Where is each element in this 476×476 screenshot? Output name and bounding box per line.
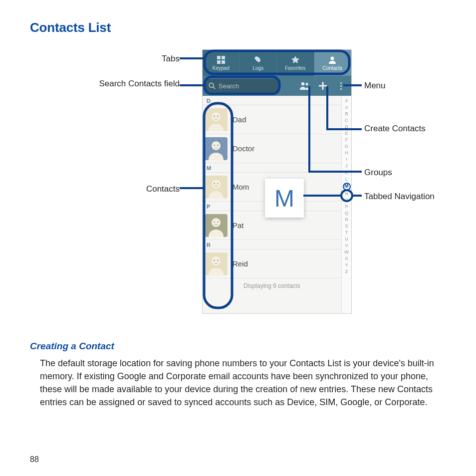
index-letter[interactable]: D: [345, 124, 348, 130]
index-letter[interactable]: L: [345, 176, 348, 183]
contact-row[interactable]: Reid: [203, 249, 341, 278]
svg-point-5: [209, 83, 214, 87]
contact-count: Displaying 9 contacts: [203, 278, 341, 293]
section-header: M: [203, 163, 341, 173]
svg-point-26: [217, 221, 218, 222]
callout-create: Create Contacts: [364, 123, 426, 134]
tab-bar: Keypad Logs Favorites Contacts: [203, 50, 351, 76]
contact-name: Doctor: [233, 144, 254, 153]
svg-point-17: [214, 144, 215, 145]
svg-point-8: [305, 83, 308, 85]
svg-point-21: [214, 183, 215, 184]
phone-screenshot: Keypad Logs Favorites Contacts: [202, 49, 352, 314]
index-letter[interactable]: B: [345, 111, 348, 117]
index-letter[interactable]: V: [345, 242, 348, 249]
index-letter[interactable]: X: [345, 255, 348, 262]
index-letter[interactable]: Q: [345, 210, 348, 217]
avatar: [205, 108, 228, 131]
avatar: [205, 252, 228, 275]
svg-point-29: [214, 259, 215, 260]
index-letter[interactable]: E: [345, 130, 348, 137]
index-letter[interactable]: Z: [345, 268, 348, 275]
svg-rect-1: [222, 56, 225, 59]
tab-logs[interactable]: Logs: [240, 50, 277, 76]
svg-point-14: [217, 115, 218, 116]
tab-label: Keypad: [213, 65, 230, 71]
index-letter[interactable]: #: [345, 98, 348, 104]
letter-popup: M: [265, 179, 304, 218]
callout-contacts: Contacts: [146, 184, 180, 194]
avatar: [205, 176, 228, 199]
svg-point-28: [212, 256, 221, 265]
index-letter[interactable]: T: [345, 230, 348, 236]
svg-point-30: [217, 259, 218, 260]
tab-label: Favorites: [285, 65, 305, 71]
svg-point-24: [212, 218, 221, 227]
plus-icon: [318, 81, 327, 90]
tab-favorites[interactable]: Favorites: [277, 50, 314, 76]
index-letter[interactable]: O: [345, 197, 348, 204]
body-paragraph: The default storage location for saving …: [30, 357, 446, 409]
index-letter[interactable]: F: [345, 137, 348, 143]
contact-name: Pat: [233, 221, 244, 230]
callout-tabbed-nav: Tabbed Navigation: [364, 191, 435, 202]
contact-row[interactable]: Doctor: [203, 134, 341, 163]
contact-row[interactable]: Dad: [203, 105, 341, 134]
svg-point-13: [214, 115, 215, 116]
callout-menu: Menu: [364, 80, 386, 91]
svg-point-7: [301, 82, 304, 85]
index-letter[interactable]: G: [345, 143, 348, 150]
svg-rect-10: [319, 85, 327, 87]
section-heading: Creating a Contact: [30, 341, 446, 352]
menu-button[interactable]: [332, 79, 349, 93]
svg-point-12: [212, 112, 221, 121]
tab-keypad[interactable]: Keypad: [203, 50, 240, 76]
index-letter[interactable]: Y: [345, 262, 348, 268]
keypad-icon: [217, 55, 226, 64]
callout-search: Search Contacts field: [99, 78, 180, 89]
index-letter[interactable]: S: [345, 223, 348, 230]
contacts-icon: [328, 55, 337, 64]
logs-icon: [253, 55, 262, 64]
svg-point-18: [217, 144, 218, 145]
index-letter[interactable]: I: [346, 156, 347, 163]
favorites-icon: [291, 55, 300, 64]
search-input[interactable]: Search: [205, 79, 279, 93]
index-letter[interactable]: N: [345, 191, 348, 197]
contact-name: Reid: [233, 259, 248, 268]
svg-rect-3: [222, 60, 225, 64]
groups-button[interactable]: [296, 79, 313, 93]
menu-icon: [340, 82, 342, 90]
tab-label: Contacts: [323, 65, 342, 71]
contact-name: Mom: [233, 183, 249, 191]
index-letter[interactable]: P: [345, 204, 348, 210]
create-contact-button[interactable]: [314, 79, 331, 93]
avatar: [205, 214, 228, 237]
avatar: [205, 137, 228, 160]
groups-icon: [299, 81, 310, 90]
index-letter[interactable]: U: [345, 236, 348, 242]
index-letter-active[interactable]: M: [343, 183, 351, 191]
alpha-index[interactable]: #ABCDEFGHIJKLMNOPQRSTUVWXYZ: [341, 96, 351, 313]
section-header: R: [203, 240, 341, 249]
index-letter[interactable]: R: [345, 217, 348, 223]
page-number: 88: [30, 455, 39, 464]
svg-line-6: [213, 87, 215, 89]
tab-contacts[interactable]: Contacts: [314, 50, 352, 76]
callout-tabs: Tabs: [162, 53, 180, 64]
contact-name: Dad: [233, 115, 246, 124]
index-letter[interactable]: C: [345, 117, 348, 124]
index-letter[interactable]: A: [345, 104, 348, 111]
annotated-diagram: Tabs Search Contacts field Contacts Menu…: [30, 49, 446, 329]
svg-rect-2: [217, 60, 221, 64]
index-letter[interactable]: H: [345, 150, 348, 156]
index-letter[interactable]: K: [345, 170, 348, 176]
svg-rect-0: [217, 56, 221, 59]
index-letter[interactable]: J: [345, 163, 348, 169]
search-placeholder: Search: [219, 82, 239, 90]
section-header: D: [203, 96, 341, 105]
index-letter[interactable]: W: [344, 249, 349, 255]
tab-label: Logs: [252, 65, 263, 71]
svg-point-25: [214, 221, 215, 222]
page-title: Contacts List: [30, 20, 446, 35]
